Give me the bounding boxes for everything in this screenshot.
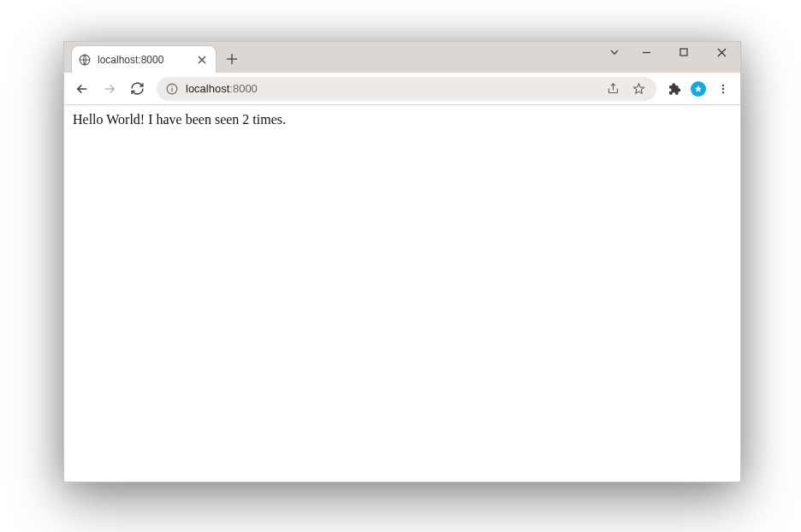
- svg-point-6: [722, 87, 724, 89]
- back-button[interactable]: [69, 76, 95, 102]
- maximize-button[interactable]: [665, 42, 703, 62]
- share-icon[interactable]: [603, 80, 622, 98]
- window-controls: [602, 42, 740, 62]
- tab-search-button[interactable]: [602, 42, 627, 62]
- address-text: localhost:8000: [186, 82, 258, 95]
- close-window-button[interactable]: [703, 42, 740, 62]
- extensions-button[interactable]: [663, 78, 685, 100]
- address-bar[interactable]: localhost:8000: [157, 77, 656, 101]
- browser-tab[interactable]: localhost:8000: [71, 45, 217, 73]
- reload-button[interactable]: [124, 76, 150, 102]
- address-host: localhost: [186, 82, 229, 95]
- browser-window: localhost:8000: [63, 41, 741, 482]
- svg-point-7: [722, 91, 724, 92]
- close-tab-button[interactable]: [195, 53, 209, 67]
- chrome-menu-button[interactable]: [711, 77, 735, 101]
- site-info-icon[interactable]: [165, 82, 179, 96]
- svg-rect-1: [680, 49, 687, 56]
- globe-icon: [79, 54, 91, 66]
- minimize-button[interactable]: [627, 42, 665, 62]
- bookmark-icon[interactable]: [629, 80, 648, 98]
- extension-circle-button[interactable]: [687, 78, 709, 100]
- tab-title: localhost:8000: [98, 54, 188, 66]
- extension-badge-icon: [691, 81, 706, 97]
- new-tab-button[interactable]: [220, 47, 244, 71]
- svg-point-4: [171, 86, 172, 86]
- page-viewport: Hello World! I have been seen 2 times.: [64, 105, 740, 482]
- forward-button[interactable]: [97, 76, 122, 102]
- page-body-text: Hello World! I have been seen 2 times.: [73, 112, 732, 127]
- titlebar: localhost:8000: [64, 42, 740, 73]
- toolbar: localhost:8000: [64, 73, 740, 105]
- address-port: :8000: [229, 82, 258, 95]
- svg-point-5: [722, 84, 724, 86]
